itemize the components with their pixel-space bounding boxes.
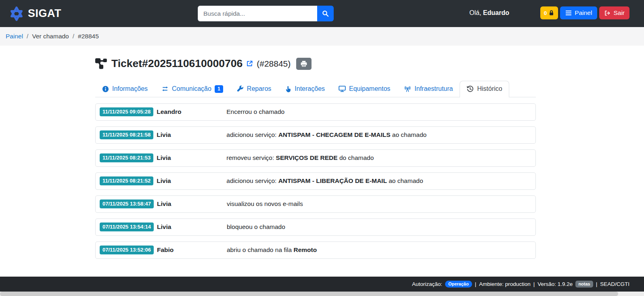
timestamp-badge: 07/11/2025 13:52:06 — [100, 246, 154, 255]
footer-versao: Versão: 1.9.2e — [537, 281, 573, 287]
operacao-badge[interactable]: Operação — [445, 281, 472, 288]
sitemap-icon — [95, 58, 107, 69]
history-list: 11/11/2025 09:05:28 Leandro Encerrou o c… — [95, 103, 536, 259]
quick-search — [198, 6, 334, 21]
horizontal-scrollbar[interactable] — [0, 292, 644, 296]
sign-out-icon — [604, 10, 611, 16]
timestamp-badge: 11/11/2025 08:21:53 — [100, 153, 153, 163]
scrollbar-thumb[interactable] — [0, 292, 618, 296]
external-link-icon[interactable] — [246, 60, 253, 67]
hamburger-icon — [565, 10, 572, 16]
main-content: Ticket#2025110610000706 (#28845) — [95, 46, 536, 277]
history-user: Fabio — [157, 246, 227, 254]
timestamp-badge: 11/11/2025 09:05:28 — [100, 107, 153, 117]
info-circle-icon — [102, 86, 109, 92]
history-action: removeu serviço: SERVIÇOS DE REDE do cha… — [226, 154, 374, 162]
timestamp-badge: 07/11/2025 13:58:47 — [100, 199, 154, 209]
tab-equipamentos[interactable]: Equipamentos — [332, 81, 397, 97]
sigat-star-icon — [9, 6, 24, 21]
notas-badge[interactable]: notas — [575, 281, 593, 288]
history-user: Livia — [157, 223, 227, 231]
footer-ambiente: Ambiente: production — [479, 281, 531, 287]
history-row: 11/11/2025 08:21:58 Livia adicionou serv… — [95, 126, 536, 144]
sair-button[interactable]: Sair — [599, 6, 629, 19]
breadcrumb: Painel / Ver chamado / #28845 — [0, 27, 644, 46]
comunicacao-count-badge: 1 — [215, 85, 223, 93]
history-row: 07/11/2025 13:52:06 Fabio abriu o chamad… — [95, 241, 536, 259]
print-button[interactable] — [296, 58, 312, 70]
footer-auth-label: Autorização: — [412, 281, 442, 287]
history-action: Encerrou o chamado — [226, 108, 284, 115]
history-action: adicionou serviço: ANTISPAM - CHECAGEM D… — [226, 131, 427, 139]
timestamp-badge: 11/11/2025 08:21:58 — [100, 130, 153, 140]
footer-org: SEAD/CGTI — [600, 281, 629, 287]
history-user: Leandro — [157, 108, 226, 115]
history-row: 11/11/2025 08:21:52 Livia adicionou serv… — [95, 172, 536, 190]
exchange-icon — [161, 86, 169, 92]
history-action: visualizou os novos e-mails — [227, 200, 303, 208]
history-user: Livia — [157, 154, 226, 162]
history-user: Livia — [157, 200, 227, 208]
printer-icon — [301, 61, 307, 67]
history-user: Livia — [157, 131, 226, 139]
breadcrumb-ver-chamado: Ver chamado — [32, 33, 69, 40]
history-action: bloqueou o chamado — [227, 223, 285, 231]
ticket-title-row: Ticket#2025110610000706 (#28845) — [95, 57, 536, 70]
user-greeting: Olá, Eduardo — [469, 9, 509, 17]
navbar-actions: 0 Painel — [540, 6, 629, 19]
ticket-number: (#28845) — [257, 59, 291, 69]
breadcrumb-painel-link[interactable]: Painel — [6, 33, 23, 40]
tab-comunicacao[interactable]: Comunicação 1 — [155, 81, 230, 97]
wrench-icon — [237, 86, 244, 92]
breadcrumb-ticket-number: #28845 — [78, 33, 99, 40]
locked-tickets-button[interactable]: 0 — [540, 6, 558, 19]
tab-interacoes[interactable]: Interações — [278, 81, 332, 97]
app-logo[interactable]: SIGAT — [9, 6, 61, 21]
tab-reparos[interactable]: Reparos — [230, 81, 278, 97]
desktop-icon — [339, 86, 346, 92]
history-action: abriu o chamado na fila Remoto — [227, 246, 317, 254]
lock-icon — [548, 10, 554, 16]
history-user: Livia — [157, 177, 226, 185]
history-row: 07/11/2025 13:58:47 Livia visualizou os … — [95, 195, 536, 213]
locked-count: 0 — [544, 10, 547, 16]
hand-pointer-icon — [285, 86, 291, 92]
search-button[interactable] — [317, 6, 334, 21]
brand-title: SIGAT — [28, 7, 61, 20]
search-icon — [322, 10, 329, 17]
timestamp-badge: 11/11/2025 08:21:52 — [100, 176, 153, 186]
page-title: Ticket#2025110610000706 — [111, 57, 243, 70]
footer-bar: Autorização: Operação | Ambiente: produc… — [0, 277, 644, 292]
history-action: adicionou serviço: ANTISPAM - LIBERAÇÃO … — [226, 177, 423, 185]
search-input[interactable] — [198, 6, 317, 21]
tab-historico[interactable]: Histórico — [460, 81, 509, 97]
painel-button[interactable]: Painel — [560, 6, 597, 19]
history-row: 11/11/2025 08:21:53 Livia removeu serviç… — [95, 149, 536, 167]
timestamp-badge: 07/11/2025 13:54:14 — [100, 223, 154, 232]
top-navbar: SIGAT Olá, Eduardo 0 — [0, 0, 644, 27]
tab-infraestrutura[interactable]: Infraestrutura — [397, 81, 460, 97]
broadcast-tower-icon — [404, 86, 411, 92]
ticket-tabs: Informações Comunicação 1 Reparos — [95, 81, 536, 97]
history-icon — [466, 85, 474, 92]
history-row: 07/11/2025 13:54:14 Livia bloqueou o cha… — [95, 218, 536, 236]
history-row: 11/11/2025 09:05:28 Leandro Encerrou o c… — [95, 103, 536, 121]
tab-informacoes[interactable]: Informações — [95, 81, 155, 97]
username: Eduardo — [483, 9, 509, 16]
